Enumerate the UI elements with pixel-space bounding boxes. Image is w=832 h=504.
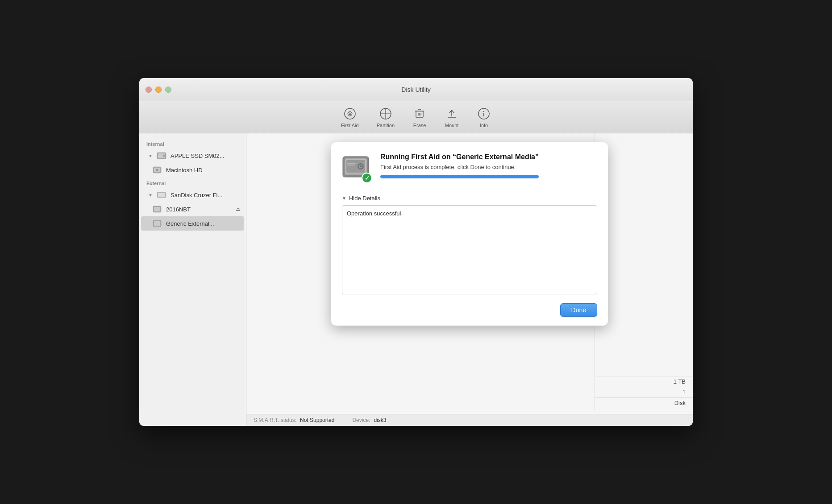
first-aid-icon xyxy=(343,107,357,121)
info-button[interactable]: Info xyxy=(470,103,498,131)
log-content: Operation successful. xyxy=(347,210,403,217)
svg-rect-27 xyxy=(154,221,160,226)
2016nbt-label: 2016NBT xyxy=(166,206,191,213)
sidebar-item-apple-ssd[interactable]: ▼ APPLE SSD SM02... xyxy=(141,149,244,163)
progress-bar xyxy=(380,175,539,178)
partition-button[interactable]: Partition xyxy=(370,103,401,131)
macintosh-hd-label: Macintosh HD xyxy=(166,167,203,174)
svg-point-0 xyxy=(345,108,355,119)
generic-external-icon xyxy=(152,218,162,229)
sandisk-icon xyxy=(156,190,167,200)
erase-button[interactable]: Erase xyxy=(406,103,433,131)
mount-icon xyxy=(445,107,459,121)
svg-rect-35 xyxy=(347,163,356,164)
progress-bar-container xyxy=(380,175,539,178)
minimize-button[interactable] xyxy=(155,87,162,93)
disk-utility-window: Disk Utility First Aid xyxy=(139,78,693,426)
success-badge: ✓ xyxy=(362,173,372,183)
external-section-label: External xyxy=(139,177,246,188)
svg-rect-36 xyxy=(347,165,354,165)
traffic-lights xyxy=(139,87,171,93)
expand-arrow-icon: ▼ xyxy=(148,153,155,158)
close-button[interactable] xyxy=(146,87,152,93)
internal-section-label: Internal xyxy=(139,138,246,149)
svg-point-14 xyxy=(483,111,484,112)
sidebar-item-2016nbt[interactable]: 2016NBT ⏏ xyxy=(141,202,244,216)
volume-icon xyxy=(152,165,162,175)
sandisk-label: SanDisk Cruzer Fi... xyxy=(171,192,222,198)
svg-point-21 xyxy=(156,169,158,171)
dialog-text: Running First Aid on “Generic External M… xyxy=(380,153,539,178)
eject-icon: ⏏ xyxy=(236,206,241,212)
sidebar: Internal ▼ APPLE SSD SM02... xyxy=(139,133,246,426)
done-button[interactable]: Done xyxy=(560,303,597,317)
window-title: Disk Utility xyxy=(401,86,430,93)
svg-rect-23 xyxy=(158,193,165,197)
generic-external-label: Generic External... xyxy=(166,220,214,227)
sidebar-item-macintosh-hd[interactable]: Macintosh HD xyxy=(141,163,244,177)
hdd-icon xyxy=(156,150,167,161)
erase-label: Erase xyxy=(413,123,426,128)
dialog-disk-image: ✓ xyxy=(342,153,373,184)
sidebar-item-generic-external[interactable]: Generic External... xyxy=(141,216,244,231)
toolbar: First Aid Partition xyxy=(139,101,693,133)
dialog-log: Operation successful. xyxy=(342,205,597,294)
titlebar: Disk Utility xyxy=(139,78,693,101)
dialog-header: ✓ Running First Aid on “Generic External… xyxy=(331,142,608,191)
erase-icon xyxy=(412,107,427,121)
hide-details-toggle[interactable]: ▼ Hide Details xyxy=(331,191,608,205)
svg-rect-25 xyxy=(154,207,160,211)
dialog-overlay: ✓ Running First Aid on “Generic External… xyxy=(255,142,684,426)
dialog-subtitle: First Aid process is complete, click Don… xyxy=(380,164,539,170)
svg-point-1 xyxy=(349,113,351,115)
svg-point-18 xyxy=(163,155,164,156)
sidebar-item-sandisk[interactable]: ▼ SanDisk Cruzer Fi... xyxy=(141,188,244,202)
main-area: Internal ▼ APPLE SSD SM02... xyxy=(139,133,693,426)
apple-ssd-label: APPLE SSD SM02... xyxy=(171,153,225,159)
partition-icon xyxy=(379,107,393,121)
first-aid-dialog: ✓ Running First Aid on “Generic External… xyxy=(331,142,608,326)
smart-value: Not Supported xyxy=(300,417,334,423)
dialog-title: Running First Aid on “Generic External M… xyxy=(380,153,539,161)
device-label: Device: xyxy=(352,417,370,423)
mount-label: Mount xyxy=(445,123,459,128)
dialog-footer: Done xyxy=(331,294,608,326)
maximize-button[interactable] xyxy=(165,87,171,93)
details-toggle-label: Hide Details xyxy=(349,195,380,202)
expand-arrow-sandisk-icon: ▼ xyxy=(148,193,155,198)
info-icon xyxy=(477,107,491,121)
smart-status-item: S.M.A.R.T. status: Not Supported xyxy=(254,417,334,423)
content-area: 1 TB 1 Disk xyxy=(246,133,693,426)
device-item: Device: disk3 xyxy=(352,417,386,423)
partition-label: Partition xyxy=(377,123,395,128)
first-aid-label: First Aid xyxy=(341,123,359,128)
svg-point-34 xyxy=(360,165,362,167)
smart-label: S.M.A.R.T. status: xyxy=(254,417,296,423)
status-bar: S.M.A.R.T. status: Not Supported Device:… xyxy=(246,414,693,426)
device-value: disk3 xyxy=(374,417,386,423)
2016nbt-icon xyxy=(152,204,162,215)
first-aid-button[interactable]: First Aid xyxy=(334,103,366,131)
info-label: Info xyxy=(480,123,488,128)
mount-button[interactable]: Mount xyxy=(438,103,466,131)
toggle-arrow-icon: ▼ xyxy=(342,196,346,201)
